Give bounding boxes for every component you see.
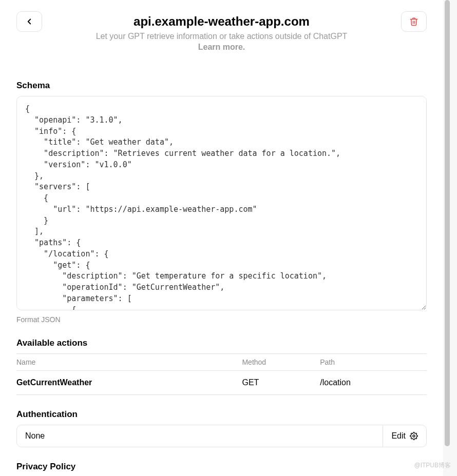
outer-scrollbar-thumb[interactable] (445, 0, 450, 446)
available-actions-label: Available actions (16, 338, 427, 348)
action-path: /location (320, 371, 427, 395)
authentication-row: None Edit (16, 425, 427, 447)
authentication-label: Authentication (16, 409, 427, 420)
gear-icon (410, 432, 418, 440)
authentication-value: None (17, 425, 383, 447)
svg-point-0 (413, 435, 415, 437)
page-title: api.example-weather-app.com (42, 13, 401, 29)
trash-icon (409, 17, 418, 26)
schema-section: Schema Format JSON (16, 81, 427, 324)
actions-header-path: Path (320, 354, 427, 371)
table-row: GetCurrentWeather GET /location (16, 371, 427, 395)
delete-button[interactable] (401, 11, 427, 32)
action-method: GET (242, 371, 320, 395)
schema-label: Schema (16, 81, 427, 91)
edit-label: Edit (391, 431, 406, 441)
header-center: api.example-weather-app.com Let your GPT… (42, 11, 401, 52)
format-json-link[interactable]: Format JSON (16, 315, 427, 324)
action-name: GetCurrentWeather (16, 371, 242, 395)
actions-table: Name Method Path GetCurrentWeather GET /… (16, 353, 427, 395)
authentication-edit-button[interactable]: Edit (383, 425, 426, 447)
privacy-policy-label: Privacy Policy (16, 462, 427, 472)
page-subtitle: Let your GPT retrieve information or tak… (42, 30, 401, 43)
actions-header-method: Method (242, 354, 320, 371)
back-button[interactable] (16, 11, 42, 32)
header-row: api.example-weather-app.com Let your GPT… (16, 11, 427, 52)
outer-scrollbar-track[interactable] (443, 0, 457, 476)
authentication-section: Authentication None Edit (16, 409, 427, 447)
chevron-left-icon (25, 17, 34, 26)
learn-more-link[interactable]: Learn more. (42, 43, 401, 52)
actions-header-name: Name (16, 354, 242, 371)
available-actions-section: Available actions Name Method Path GetCu… (16, 338, 427, 395)
privacy-policy-section: Privacy Policy (16, 462, 427, 476)
schema-textarea[interactable] (16, 96, 427, 310)
